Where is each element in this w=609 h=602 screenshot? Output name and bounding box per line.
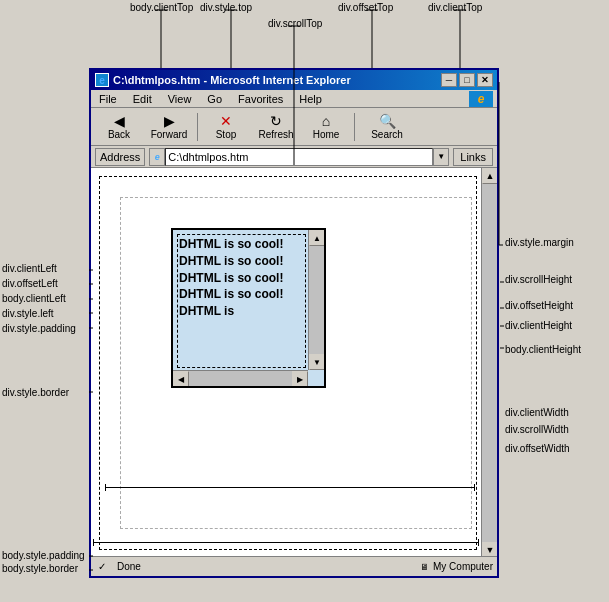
inner-div-dashed-box: [177, 234, 306, 368]
browser-window: e C:\dhtmlpos.htm - Microsoft Internet E…: [89, 68, 499, 578]
menubar: File Edit View Go Favorites Help e: [91, 90, 497, 108]
label-div-style-top: div.style.top: [200, 2, 252, 13]
ie-vscrollbar[interactable]: ▲ ▼: [481, 168, 497, 558]
home-button[interactable]: ⌂ Home: [302, 111, 350, 143]
titlebar-buttons[interactable]: ─ □ ✕: [441, 73, 493, 87]
inner-vscrollbar-down[interactable]: ▼: [309, 354, 325, 370]
inner-vscrollbar[interactable]: ▲ ▼: [308, 230, 324, 370]
titlebar-left: e C:\dhtmlpos.htm - Microsoft Internet E…: [95, 73, 351, 87]
links-button[interactable]: Links: [453, 148, 493, 166]
label-div-style-margin: div.style.margin: [505, 237, 574, 248]
status-zone: 🖥 My Computer: [149, 561, 493, 572]
computer-icon: 🖥: [420, 562, 429, 572]
ie-logo: e: [469, 91, 493, 107]
search-label: Search: [371, 129, 403, 140]
menu-view[interactable]: View: [164, 93, 196, 105]
back-icon: ◀: [114, 114, 125, 128]
close-button[interactable]: ✕: [477, 73, 493, 87]
ie-content: DHTML is so cool! DHTML is so cool! DHTM…: [91, 168, 497, 558]
forward-button[interactable]: ▶ Forward: [145, 111, 193, 143]
body-client-width-line: [105, 487, 475, 488]
home-label: Home: [313, 129, 340, 140]
body-dashed-box: DHTML is so cool! DHTML is so cool! DHTM…: [99, 176, 477, 550]
address-dropdown[interactable]: ▼: [433, 148, 449, 166]
inner-content-div[interactable]: DHTML is so cool! DHTML is so cool! DHTM…: [171, 228, 326, 388]
status-text: Done: [117, 561, 141, 572]
label-div-offset-left: div.offsetLeft: [2, 278, 58, 289]
menu-edit[interactable]: Edit: [129, 93, 156, 105]
titlebar[interactable]: e C:\dhtmlpos.htm - Microsoft Internet E…: [91, 70, 497, 90]
stop-button[interactable]: ✕ Stop: [202, 111, 250, 143]
page-background: DHTML is so cool! DHTML is so cool! DHTM…: [91, 168, 481, 558]
search-button[interactable]: 🔍 Search: [359, 111, 415, 143]
menu-help[interactable]: Help: [295, 93, 326, 105]
refresh-button[interactable]: ↻ Refresh: [252, 111, 300, 143]
label-div-style-border: div.style.border: [2, 387, 69, 398]
home-icon: ⌂: [322, 114, 330, 128]
menu-file[interactable]: File: [95, 93, 121, 105]
label-div-style-left: div.style.left: [2, 308, 54, 319]
menu-go[interactable]: Go: [203, 93, 226, 105]
zone-text: My Computer: [433, 561, 493, 572]
toolbar-separator-2: [354, 113, 355, 141]
body-offset-width-line: [93, 542, 479, 543]
address-input[interactable]: C:\dhtmlpos.htm: [165, 148, 433, 166]
label-div-scroll-width: div.scrollWidth: [505, 424, 569, 435]
maximize-button[interactable]: □: [459, 73, 475, 87]
inner-hscrollbar[interactable]: ◀ ▶: [173, 370, 308, 386]
label-div-style-padding: div.style.padding: [2, 323, 76, 334]
ie-vscrollbar-track[interactable]: [482, 184, 497, 542]
label-body-style-padding: body.style.padding: [2, 550, 85, 561]
label-body-client-left: body.clientLeft: [2, 293, 66, 304]
menu-favorites[interactable]: Favorites: [234, 93, 287, 105]
search-icon: 🔍: [379, 114, 396, 128]
label-div-offset-width: div.offsetWidth: [505, 443, 570, 454]
stop-icon: ✕: [220, 114, 232, 128]
forward-icon: ▶: [164, 114, 175, 128]
toolbar-separator-1: [197, 113, 198, 141]
label-div-client-left: div.clientLeft: [2, 263, 57, 274]
label-div-scroll-top: div.scrollTop: [268, 18, 322, 29]
inner-vscrollbar-track[interactable]: [309, 246, 324, 354]
label-div-client-height: div.clientHeight: [505, 320, 572, 331]
ie-icon: e: [95, 73, 109, 87]
refresh-icon: ↻: [270, 114, 282, 128]
forward-label: Forward: [151, 129, 188, 140]
label-div-client-top: div.clientTop: [428, 2, 482, 13]
back-label: Back: [108, 129, 130, 140]
back-button[interactable]: ◀ Back: [95, 111, 143, 143]
inner-hscrollbar-left[interactable]: ◀: [173, 371, 189, 387]
titlebar-text: C:\dhtmlpos.htm - Microsoft Internet Exp…: [113, 74, 351, 86]
status-icon: ✓: [95, 560, 109, 574]
label-div-offset-top: div.offsetTop: [338, 2, 393, 13]
label-div-scroll-height: div.scrollHeight: [505, 274, 572, 285]
statusbar: ✓ Done 🖥 My Computer: [91, 556, 497, 576]
ie-vscrollbar-up[interactable]: ▲: [482, 168, 497, 184]
minimize-button[interactable]: ─: [441, 73, 457, 87]
label-body-client-top: body.clientTop: [130, 2, 193, 13]
toolbar: ◀ Back ▶ Forward ✕ Stop ↻ Refresh ⌂ Home: [91, 108, 497, 146]
stop-label: Stop: [216, 129, 237, 140]
inner-hscrollbar-right[interactable]: ▶: [292, 371, 308, 387]
address-ie-icon: e: [149, 148, 165, 166]
label-body-style-border: body.style.border: [2, 563, 78, 574]
inner-hscrollbar-track[interactable]: [189, 371, 292, 386]
inner-vscrollbar-up[interactable]: ▲: [309, 230, 325, 246]
label-body-client-height: body.clientHeight: [505, 344, 581, 355]
address-bar: Address e C:\dhtmlpos.htm ▼ Links: [91, 146, 497, 168]
diagram-container: body.clientTop div.style.top div.scrollT…: [0, 0, 609, 602]
label-div-offset-height: div.offsetHeight: [505, 300, 573, 311]
label-div-client-width: div.clientWidth: [505, 407, 569, 418]
address-label: Address: [95, 148, 145, 166]
body-client-dashed-box: DHTML is so cool! DHTML is so cool! DHTM…: [120, 197, 472, 529]
refresh-label: Refresh: [258, 129, 293, 140]
